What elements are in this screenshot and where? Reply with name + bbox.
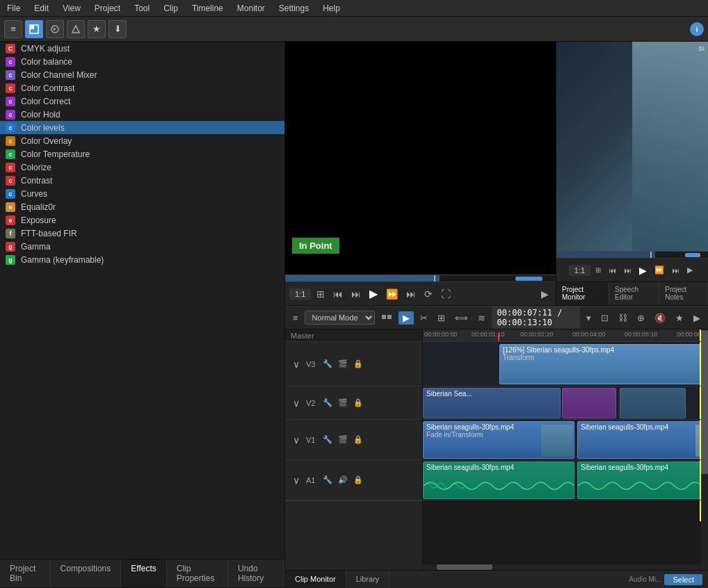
tab-compositions[interactable]: Compositions	[51, 560, 122, 587]
tl-btn-ripple[interactable]	[378, 310, 396, 326]
track-a1-mute[interactable]: 🔒	[352, 475, 364, 485]
menu-project[interactable]: Project	[88, 2, 127, 15]
clip-v3-1[interactable]: [126%] Siberian seagulls-30fps.mp4 Trans…	[499, 344, 701, 384]
effects-list-item[interactable]: cColorize	[0, 161, 284, 174]
tl-btn-link[interactable]: ⛓	[615, 311, 631, 325]
toolbar-effects[interactable]	[67, 20, 85, 38]
toolbar-project[interactable]	[25, 20, 43, 38]
tab-clip-monitor-bottom[interactable]: Clip Monitor	[285, 571, 346, 588]
effects-list-item[interactable]: cColor levels	[0, 121, 284, 134]
menu-file[interactable]: File	[0, 2, 27, 15]
tl-btn-extend[interactable]: ⟺	[451, 311, 472, 325]
tab-library[interactable]: Library	[346, 571, 390, 588]
tl-btn-mute[interactable]: 🔇	[651, 311, 669, 325]
track-v2-visibility[interactable]: 🎬	[337, 398, 349, 408]
proj-monitor-end[interactable]: ⏭	[669, 265, 682, 276]
proj-monitor-more[interactable]: ▶	[684, 264, 695, 276]
tab-clip-properties[interactable]: Clip Properties	[167, 560, 228, 587]
tl-btn-star[interactable]: ★	[672, 311, 687, 325]
clip-a1-1[interactable]: Siberian seagulls-30fps.mp4	[423, 462, 574, 499]
proj-monitor-in[interactable]: ⏮	[606, 265, 619, 276]
clip-monitor-end[interactable]: ⏭	[403, 287, 419, 301]
effects-list-item[interactable]: cColor Hold	[0, 108, 284, 121]
proj-monitor-resize[interactable]: ⊞	[593, 265, 604, 275]
clip-monitor-prev[interactable]: ⏭	[348, 287, 364, 301]
proj-monitor-prev[interactable]: ⏭	[621, 265, 634, 276]
toolbar-favorites[interactable]: ★	[88, 20, 106, 38]
effects-list-item[interactable]: eEqualiz0r	[0, 200, 284, 213]
track-v2-lock[interactable]: 🔧	[321, 398, 334, 408]
menu-monitor[interactable]: Monitor	[230, 2, 272, 15]
track-v2-mute[interactable]: 🔒	[352, 398, 364, 408]
tab-project-bin[interactable]: Project Bin	[0, 560, 51, 587]
track-v1-collapse[interactable]: ∨	[289, 433, 303, 447]
tl-btn-arrow[interactable]: ▶	[399, 311, 414, 325]
effects-list-item[interactable]: cColor Correct	[0, 95, 284, 108]
tl-btn-cut[interactable]: ✂	[417, 311, 431, 325]
tl-btn-cam[interactable]: ⊡	[597, 311, 612, 325]
menu-clip[interactable]: Clip	[156, 2, 185, 15]
menu-tool[interactable]: Tool	[127, 2, 156, 15]
tl-btn-snap[interactable]: ⊕	[634, 311, 648, 325]
effects-list-item[interactable]: cContrast	[0, 174, 284, 187]
tl-btn-splice[interactable]: ⊞	[434, 311, 449, 325]
effects-list-item[interactable]: cColor Temperature	[0, 147, 284, 161]
clip-v2-3[interactable]	[620, 388, 686, 418]
track-a1-lock[interactable]: 🔧	[321, 475, 334, 485]
vscrollbar[interactable]	[701, 329, 708, 570]
clip-monitor-in[interactable]: ⏮	[330, 287, 346, 301]
effects-list-item[interactable]: fFTT-based FIR	[0, 227, 284, 240]
toolbar-hamburger[interactable]: ≡	[4, 20, 22, 38]
track-a1-volume[interactable]: 🔊	[337, 475, 349, 485]
clip-monitor-fullscreen[interactable]: ⛶	[438, 287, 453, 301]
toolbar-info[interactable]: i	[690, 22, 704, 36]
effects-list-item[interactable]: gGamma	[0, 240, 284, 253]
clip-monitor-ratio[interactable]: 1:1	[289, 288, 311, 300]
clip-monitor-next[interactable]: ⏩	[383, 287, 401, 301]
menu-timeline[interactable]: Timeline	[185, 2, 230, 15]
hscrollbar[interactable]	[423, 564, 701, 570]
track-v3-lock[interactable]: 🔧	[321, 359, 334, 369]
tab-undo-history[interactable]: Undo History	[228, 560, 284, 587]
project-monitor-ratio[interactable]: 1:1	[569, 265, 590, 276]
tab-project-notes[interactable]: Project Notes	[659, 282, 708, 305]
track-a1-collapse[interactable]: ∨	[289, 473, 303, 487]
tab-speech-editor[interactable]: Speech Editor	[609, 282, 659, 305]
proj-monitor-play[interactable]: ▶	[636, 263, 650, 277]
clip-v2-2[interactable]	[562, 388, 616, 418]
effects-list-item[interactable]: cColor Contrast	[0, 81, 284, 95]
clip-v1-2[interactable]: Siberian seagulls-30fps.mp4	[577, 421, 701, 459]
effects-list-item[interactable]: cColor Overlay	[0, 134, 284, 147]
clip-monitor-resize[interactable]: ⊞	[314, 287, 328, 301]
proj-monitor-next[interactable]: ⏩	[652, 264, 667, 276]
track-v1-visibility[interactable]: 🎬	[337, 434, 349, 445]
effects-list-item[interactable]: cCurves	[0, 187, 284, 200]
mode-select[interactable]: Normal Mode	[305, 311, 375, 325]
tl-btn-ripple2[interactable]: ≋	[474, 311, 489, 325]
menu-edit[interactable]: Edit	[27, 2, 56, 15]
select-button[interactable]: Select	[664, 574, 702, 585]
toolbar-audio[interactable]	[46, 20, 64, 38]
track-v1-mute[interactable]: 🔒	[352, 434, 364, 445]
tl-btn-dropdown[interactable]: ▾	[583, 311, 595, 325]
effects-list-item[interactable]: cColor balance	[0, 55, 284, 68]
track-v3-mute[interactable]: 🔒	[352, 359, 364, 369]
effects-list-item[interactable]: eExposure	[0, 213, 284, 227]
menu-view[interactable]: View	[56, 2, 88, 15]
menu-settings[interactable]: Settings	[272, 2, 316, 15]
tl-btn-hamburger[interactable]: ≡	[289, 311, 302, 325]
track-v3-collapse[interactable]: ∨	[289, 357, 303, 371]
tab-project-monitor[interactable]: Project Monitor	[556, 282, 609, 305]
track-v3-visibility[interactable]: 🎬	[337, 359, 349, 369]
track-v1-lock[interactable]: 🔧	[321, 434, 334, 445]
effects-list-item[interactable]: cColor Channel Mixer	[0, 68, 284, 81]
menu-help[interactable]: Help	[316, 2, 347, 15]
clip-monitor-play[interactable]: ▶	[367, 286, 380, 302]
effects-list-item[interactable]: gGamma (keyframable)	[0, 253, 284, 266]
effects-list-item[interactable]: CCMYK adjust	[0, 42, 284, 55]
track-v2-collapse[interactable]: ∨	[289, 396, 303, 410]
clip-monitor-loop[interactable]: ⟳	[421, 287, 435, 301]
clip-monitor-more[interactable]: ▶	[538, 287, 552, 301]
tl-btn-more[interactable]: ▶	[690, 311, 704, 325]
clip-v2-1[interactable]: Siberian Sea...	[423, 388, 561, 418]
